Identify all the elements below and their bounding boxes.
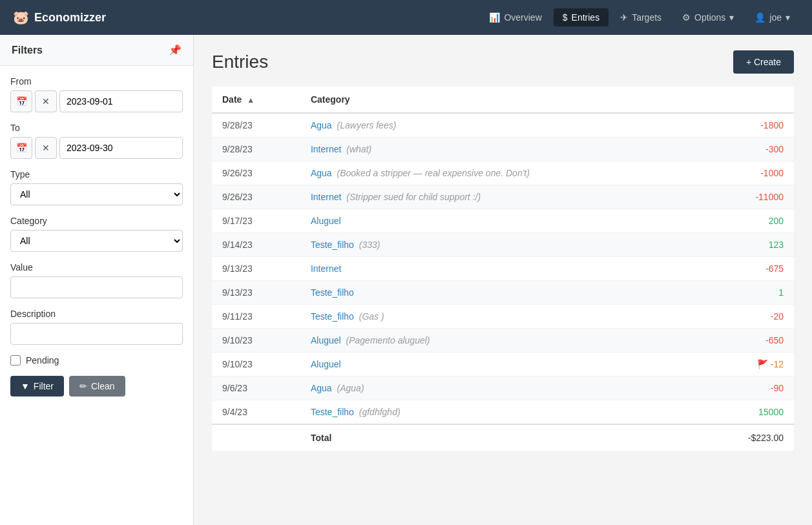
nav-overview-label: Overview (504, 12, 541, 23)
entry-category: Aluguel (Pagemento aluguel) (300, 329, 700, 353)
entry-date: 9/13/23 (212, 257, 300, 281)
category-select[interactable]: All (10, 230, 183, 252)
nav-overview[interactable]: 📊 Overview (480, 8, 550, 26)
nav-targets[interactable]: ✈ Targets (611, 8, 671, 26)
overview-icon: 📊 (489, 12, 500, 23)
to-clear-btn[interactable]: ✕ (35, 137, 57, 159)
clean-button[interactable]: ✏ Clean (69, 376, 125, 396)
category-name: Teste_filho (311, 240, 354, 250)
col-amount-header (700, 87, 794, 113)
to-group: To 📅 ✕ (10, 123, 183, 159)
category-note: (Stripper sued for child support :/) (344, 192, 481, 202)
col-date-header[interactable]: Date ▲ (212, 87, 300, 113)
entry-date: 9/11/23 (212, 305, 300, 329)
category-note: (Pagemento aluguel) (344, 335, 430, 345)
entry-amount: 200 (700, 209, 794, 233)
nav-user[interactable]: 👤 joe ▾ (745, 8, 799, 26)
clean-label: Clean (91, 381, 115, 391)
user-icon: 👤 (755, 12, 765, 23)
category-name: Internet (311, 144, 341, 154)
category-group: Category All (10, 216, 183, 252)
type-select[interactable]: All Income Expense (10, 183, 183, 205)
col-category-label: Category (311, 94, 350, 105)
total-label: Total (300, 424, 700, 451)
category-name: Agua (311, 120, 332, 130)
create-button[interactable]: + Create (733, 50, 794, 74)
total-row: Total -$223.00 (212, 424, 794, 451)
from-clear-btn[interactable]: ✕ (35, 90, 57, 112)
table-row: 9/10/23Aluguel (Pagemento aluguel)-650 (212, 329, 794, 353)
user-dropdown-icon: ▾ (786, 12, 790, 23)
category-note: (333) (357, 240, 380, 250)
entry-date: 9/26/23 (212, 185, 300, 209)
main-content: Entries + Create Date ▲ Category (194, 35, 812, 525)
value-label: Value (10, 262, 183, 273)
entry-category: Teste_filho (Gas ) (300, 305, 700, 329)
entry-date: 9/13/23 (212, 281, 300, 305)
description-input[interactable] (10, 323, 183, 345)
entry-date: 9/14/23 (212, 233, 300, 257)
entry-amount: -90 (700, 376, 794, 400)
nav-entries[interactable]: $ Entries (554, 8, 609, 26)
pending-label[interactable]: Pending (26, 355, 59, 365)
nav-targets-label: Targets (632, 12, 661, 23)
value-group: Value (10, 262, 183, 298)
entry-category: Teste_filho (333) (300, 233, 700, 257)
col-category-header[interactable]: Category (300, 87, 700, 113)
entries-icon: $ (563, 12, 568, 23)
table-row: 9/13/23Teste_filho1 (212, 281, 794, 305)
category-name: Internet (311, 263, 341, 274)
entry-category: Agua (Lawyers fees) (300, 113, 700, 138)
entry-date: 9/10/23 (212, 329, 300, 353)
clean-icon: ✏ (79, 381, 87, 391)
table-row: 9/10/23Aluguel🚩 -12 (212, 353, 794, 376)
nav-user-label: joe (769, 12, 782, 23)
description-label: Description (10, 309, 183, 319)
entry-date: 9/28/23 (212, 138, 300, 161)
table-row: 9/17/23Aluguel200 (212, 209, 794, 233)
nav-entries-label: Entries (572, 12, 600, 23)
from-label: From (10, 76, 183, 87)
from-calendar-btn[interactable]: 📅 (10, 90, 32, 112)
category-note: (Booked a stripper — real expensive one.… (335, 168, 530, 178)
pending-checkbox[interactable] (10, 355, 21, 365)
total-value: -$223.00 (700, 424, 794, 451)
category-name: Aluguel (311, 335, 341, 345)
table-row: 9/26/23Agua (Booked a stripper — real ex… (212, 161, 794, 185)
table-row: 9/26/23Internet (Stripper sued for child… (212, 185, 794, 209)
from-date-input[interactable] (59, 90, 183, 112)
entry-amount: -650 (700, 329, 794, 353)
table-row: 9/14/23Teste_filho (333)123 (212, 233, 794, 257)
entry-amount: -300 (700, 138, 794, 161)
options-dropdown-icon: ▾ (729, 12, 734, 23)
nav-options[interactable]: ⚙ Options ▾ (673, 8, 743, 26)
targets-icon: ✈ (620, 12, 628, 23)
filter-button[interactable]: ▼ Filter (10, 376, 64, 396)
table-row: 9/11/23Teste_filho (Gas )-20 (212, 305, 794, 329)
pin-icon[interactable]: 📌 (169, 44, 182, 56)
entry-category: Internet (what) (300, 138, 700, 161)
entry-category: Internet (Stripper sued for child suppor… (300, 185, 700, 209)
filter-icon: ▼ (21, 381, 30, 391)
category-name: Aluguel (311, 216, 341, 226)
to-label: To (10, 123, 183, 133)
from-input-group: 📅 ✕ (10, 90, 183, 112)
entry-date: 9/26/23 (212, 161, 300, 185)
entries-data-table: Date ▲ Category 9/28/23Agua (Lawyers fee… (212, 87, 794, 451)
type-label: Type (10, 169, 183, 180)
filter-btn-row: ▼ Filter ✏ Clean (10, 376, 183, 396)
description-group: Description (10, 309, 183, 345)
entry-amount: 1 (700, 281, 794, 305)
category-name: Teste_filho (311, 287, 354, 298)
create-label: + Create (746, 57, 781, 67)
value-input[interactable] (10, 276, 183, 298)
category-note: (Agua) (335, 383, 364, 393)
to-date-input[interactable] (59, 137, 183, 159)
entry-date: 9/17/23 (212, 209, 300, 233)
entry-amount: -20 (700, 305, 794, 329)
to-calendar-btn[interactable]: 📅 (10, 137, 32, 159)
entry-category: Agua (Booked a stripper — real expensive… (300, 161, 700, 185)
entry-amount: -1800 (700, 113, 794, 138)
entries-tfoot: Total -$223.00 (212, 424, 794, 451)
category-label: Category (10, 216, 183, 226)
